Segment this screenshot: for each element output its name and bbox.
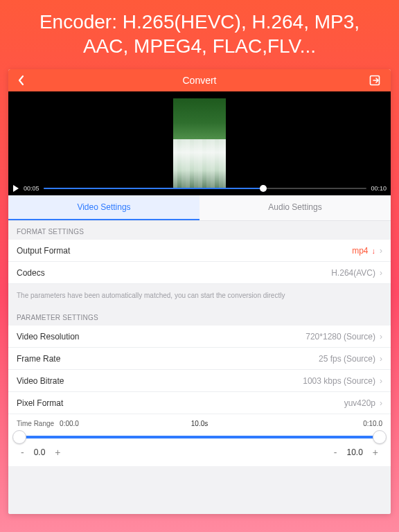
section-header-format: FORMAT SETTINGS xyxy=(8,221,391,240)
row-label: Pixel Format xyxy=(17,398,63,408)
row-pixel-format[interactable]: Pixel Format yuv420p › xyxy=(8,392,391,414)
row-value: 1003 kbps (Source) › xyxy=(303,376,382,386)
time-range-section: Time Range0:00.0 10.0s 0:10.0 - 0.0 + - … xyxy=(8,414,391,466)
row-value: mp4↓ › xyxy=(352,246,382,256)
tab-video-settings[interactable]: Video Settings xyxy=(8,195,200,220)
row-value: 720*1280 (Source) › xyxy=(305,332,382,342)
pixel-format-value: yuv420p xyxy=(344,398,375,408)
row-label: Frame Rate xyxy=(17,354,60,364)
seek-fill xyxy=(44,188,264,189)
navbar: Convert xyxy=(8,69,391,91)
row-value: H.264(AVC) › xyxy=(331,268,382,278)
stepper-end-value: 10.0 xyxy=(346,447,362,457)
stepper-end-minus[interactable]: - xyxy=(331,447,340,458)
play-button[interactable] xyxy=(12,184,19,193)
row-codecs[interactable]: Codecs H.264(AVC) › xyxy=(8,262,391,284)
row-label: Output Format xyxy=(17,246,70,256)
time-range-end: 0:10.0 xyxy=(320,420,382,427)
seek-knob[interactable] xyxy=(260,185,267,192)
chevron-right-icon: › xyxy=(380,268,382,278)
back-button[interactable] xyxy=(8,69,33,91)
resolution-value: 720*1280 (Source) xyxy=(305,332,375,342)
tab-audio-settings[interactable]: Audio Settings xyxy=(200,195,391,220)
stepper-end: - 10.0 + xyxy=(331,447,381,458)
promo-headline: Encoder: H.265(HEVC), H.264, MP3, AAC, M… xyxy=(0,0,399,65)
codecs-value: H.264(AVC) xyxy=(331,268,375,278)
stepper-start: - 0.0 + xyxy=(18,447,64,458)
promo-line1: Encoder: H.265(HEVC), H.264, MP3, xyxy=(39,11,360,33)
chevron-right-icon: › xyxy=(380,376,382,386)
play-icon xyxy=(12,184,19,193)
range-knob-start[interactable] xyxy=(12,430,26,444)
page-title: Convert xyxy=(182,75,216,86)
settings-tabs: Video Settings Audio Settings xyxy=(8,195,391,221)
range-knob-end[interactable] xyxy=(373,430,387,444)
app-card: Convert 00:05 00:10 Video Settings Audio… xyxy=(8,69,391,514)
video-thumbnail xyxy=(173,98,226,188)
row-bitrate[interactable]: Video Bitrate 1003 kbps (Source) › xyxy=(8,370,391,392)
output-format-value: mp4 xyxy=(352,246,368,256)
playback-bar: 00:05 00:10 xyxy=(8,181,391,195)
export-icon xyxy=(369,75,382,86)
chevron-right-icon: › xyxy=(380,246,382,256)
time-range-start: Time Range0:00.0 xyxy=(17,420,79,427)
settings-content: FORMAT SETTINGS Output Format mp4↓ › Cod… xyxy=(8,221,391,514)
time-range-header: Time Range0:00.0 10.0s 0:10.0 xyxy=(17,420,382,427)
row-value: 25 fps (Source) › xyxy=(319,354,382,364)
range-slider[interactable] xyxy=(19,436,380,438)
row-label: Video Resolution xyxy=(17,332,80,342)
stepper-end-plus[interactable]: + xyxy=(370,447,381,458)
time-steppers: - 0.0 + - 10.0 + xyxy=(17,447,382,458)
stepper-start-minus[interactable]: - xyxy=(18,447,27,458)
export-button[interactable] xyxy=(363,69,388,91)
row-resolution[interactable]: Video Resolution 720*1280 (Source) › xyxy=(8,326,391,348)
chevron-right-icon: › xyxy=(380,398,382,408)
time-range-start-value: 0:00.0 xyxy=(60,420,79,427)
row-frame-rate[interactable]: Frame Rate 25 fps (Source) › xyxy=(8,348,391,370)
video-preview[interactable]: 00:05 00:10 xyxy=(8,91,391,195)
time-current: 00:05 xyxy=(24,185,39,192)
chevron-right-icon: › xyxy=(380,354,382,364)
frame-rate-value: 25 fps (Source) xyxy=(319,354,375,364)
time-range-mid: 10.0s xyxy=(79,420,320,427)
stepper-start-value: 0.0 xyxy=(34,447,46,457)
row-label: Video Bitrate xyxy=(17,376,64,386)
seek-track[interactable] xyxy=(44,188,367,189)
bitrate-value: 1003 kbps (Source) xyxy=(303,376,375,386)
row-output-format[interactable]: Output Format mp4↓ › xyxy=(8,240,391,262)
chevron-left-icon xyxy=(17,75,25,86)
row-value: yuv420p › xyxy=(344,398,382,408)
time-total: 00:10 xyxy=(371,185,387,192)
auto-match-note: The parameters have been automatically m… xyxy=(8,284,391,307)
time-range-label: Time Range xyxy=(17,420,54,427)
stepper-start-plus[interactable]: + xyxy=(52,447,63,458)
section-header-parameters: PARAMETER SETTINGS xyxy=(8,307,391,326)
promo-line2: AAC, MPEG4, FLAC,FLV... xyxy=(83,35,316,57)
download-arrow-icon: ↓ xyxy=(372,247,376,255)
chevron-right-icon: › xyxy=(380,332,382,342)
row-label: Codecs xyxy=(17,268,45,278)
